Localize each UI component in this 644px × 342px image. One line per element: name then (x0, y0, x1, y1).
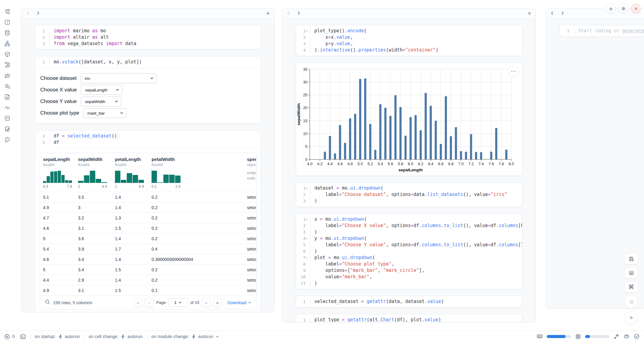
dropdown-select-4[interactable]: mark_bar (83, 108, 127, 118)
code-editor[interactable]: 1234567891011x = mo.ui.dropdown( label="… (296, 214, 522, 289)
snippets-icon (4, 115, 10, 121)
next-page-button[interactable]: › (202, 298, 211, 307)
code-content[interactable]: dataset = mo.ui.dropdown( label="Choose … (310, 185, 522, 204)
code-content[interactable]: x = mo.ui.dropdown( label="Choose X valu… (310, 216, 522, 287)
sidebar-item-snippets[interactable] (3, 114, 11, 122)
column-prev-button[interactable] (550, 11, 554, 16)
logs-search-icon (4, 83, 10, 89)
search-icon[interactable] (45, 299, 50, 306)
sidebar-item-logs-search[interactable] (3, 82, 11, 90)
ai-assistant-button[interactable] (614, 333, 620, 340)
table-header-species[interactable]: speciesobjectuniquenulls: (244, 153, 256, 192)
save-button[interactable] (624, 253, 638, 265)
code-line: dataset = mo.ui.dropdown( (314, 185, 522, 191)
terminal-button[interactable] (20, 334, 26, 340)
code-editor[interactable]: 12df = selected_dataset()df (35, 130, 261, 148)
first-page-button[interactable]: « (134, 298, 142, 307)
code-content[interactable]: plot_type = getattr(alt.Chart(df), plot.… (310, 317, 522, 322)
dropdown-select-1[interactable]: iris (80, 73, 157, 83)
svg-text:7.2: 7.2 (468, 162, 474, 166)
code-editor[interactable]: 1Start coding or generate with (560, 25, 644, 37)
dropdown-select-3[interactable]: sepalWidth (80, 97, 121, 106)
table-cell: 3.1 (75, 288, 112, 293)
table-cell: 3.1 (75, 226, 112, 231)
dropdown-select-2[interactable]: sepalLength (81, 85, 122, 95)
add-cell-button[interactable]: + (528, 10, 531, 16)
sidebar-item-file-tree[interactable] (3, 7, 11, 16)
run-button[interactable] (624, 311, 638, 324)
column-prev-button[interactable] (287, 11, 290, 16)
code-editor[interactable]: 1mo.vstack([dataset, x, y, plot]) (35, 56, 261, 68)
sidebar-item-datasources[interactable] (3, 29, 11, 37)
chart-menu-button[interactable] (508, 66, 519, 77)
page-select[interactable]: 1 (168, 298, 188, 307)
svg-text:7.4: 7.4 (478, 162, 484, 166)
code-line: x = mo.ui.dropdown( (314, 216, 522, 223)
code-content[interactable]: mo.vstack([dataset, x, y, plot]) (50, 59, 261, 65)
sidebar-item-documentation[interactable] (3, 93, 11, 101)
table-cell: 0.2 (148, 267, 244, 272)
errors-indicator[interactable]: 0 (4, 334, 15, 340)
vstack-cell: 1mo.vstack([dataset, x, y, plot])Choose … (35, 56, 261, 124)
code-line: Start coding or generate with (578, 28, 644, 34)
table-row: 53.61.40.2setosa (40, 233, 256, 244)
column-next-button[interactable] (297, 11, 301, 16)
sidebar-item-tracing[interactable] (3, 103, 11, 112)
svg-text:4.0: 4.0 (307, 162, 312, 166)
fold-indicator-icon[interactable] (306, 187, 309, 190)
fold-indicator-icon[interactable] (306, 29, 309, 33)
sidebar-item-help[interactable]: ? (3, 135, 11, 144)
column-next-button[interactable] (36, 11, 40, 16)
code-editor[interactable]: 1234plot_type().encode( x=x.value, y=y.v… (296, 25, 522, 56)
code-content[interactable]: df = selected_dataset()df (50, 133, 261, 146)
copilot-button[interactable] (624, 333, 630, 340)
layout-button[interactable] (624, 267, 638, 279)
settings-button[interactable] (618, 4, 628, 13)
table-header-petalWidth[interactable]: petalWidthfloat640.12.5 (148, 153, 244, 192)
table-header-petalLength[interactable]: petalLengthfloat6416.9 (112, 153, 148, 192)
column-next-button[interactable] (561, 11, 564, 16)
runtime-config-2[interactable]: on cell change:autorun (89, 334, 143, 339)
connection-status-button[interactable] (634, 333, 640, 340)
sidebar-item-scratchpad[interactable] (3, 125, 11, 133)
code-editor[interactable]: 123dataset = mo.ui.dropdown( label="Choo… (296, 183, 522, 207)
code-content[interactable]: selected_dataset = getattr(data, dataset… (310, 298, 522, 305)
fold-indicator-icon[interactable] (306, 218, 309, 221)
line-number: 3 (296, 198, 310, 204)
fold-indicator-icon[interactable] (306, 237, 309, 240)
sidebar-item-dependency-graph[interactable] (3, 39, 11, 48)
table-cell: 1.4 (112, 236, 148, 241)
code-content[interactable]: import marimo as moimport altair as altf… (50, 28, 261, 47)
code-editor[interactable]: 123import marimo as moimport altair as a… (35, 25, 261, 49)
download-button[interactable]: Download (227, 300, 251, 305)
code-content[interactable]: plot_type().encode( x=x.value, y=y.value… (310, 28, 522, 53)
table-header-sepalLength[interactable]: sepalLengthfloat644.37.9 (40, 153, 75, 192)
sidebar-item-chat[interactable] (3, 71, 11, 80)
runtime-config-3[interactable]: on module change:autorun (152, 334, 220, 339)
sidebar-item-scripts[interactable] (3, 61, 11, 69)
bar-chart[interactable]: 4.04.24.44.64.85.05.25.45.65.86.06.26.46… (296, 65, 522, 173)
column-prev-button[interactable] (26, 11, 30, 16)
code-editor[interactable]: 1plot_type = getattr(alt.Chart(df), plot… (296, 314, 522, 322)
table-cell: 1.3 (112, 216, 148, 220)
chevron-down-icon (215, 334, 220, 339)
code-editor[interactable]: 1selected_dataset = getattr(data, datase… (296, 296, 522, 307)
column-max: 4.4 (102, 184, 107, 189)
stop-button[interactable] (624, 295, 638, 308)
sidebar-item-packages[interactable] (3, 50, 11, 58)
code-content[interactable]: Start coding or generate with (574, 28, 644, 34)
sidebar-item-helper-functions[interactable]: f (3, 18, 11, 26)
add-cell-button[interactable]: + (266, 10, 270, 16)
fold-indicator-icon[interactable] (306, 256, 309, 259)
table-header-sepalWidth[interactable]: sepalWidthfloat6424.4 (75, 153, 112, 192)
close-button[interactable] (631, 4, 641, 13)
runtime-config-1[interactable]: on startup:autorun (35, 334, 80, 339)
command-button[interactable]: ⌘ (624, 281, 638, 293)
last-page-button[interactable]: » (213, 298, 222, 307)
menu-button[interactable] (606, 4, 616, 13)
svg-text:4.6: 4.6 (337, 162, 342, 166)
previous-page-button[interactable]: ‹ (145, 298, 154, 307)
search-icon (45, 299, 50, 305)
column-histogram (152, 170, 181, 183)
code-line: from vega_datasets import data (54, 41, 261, 47)
